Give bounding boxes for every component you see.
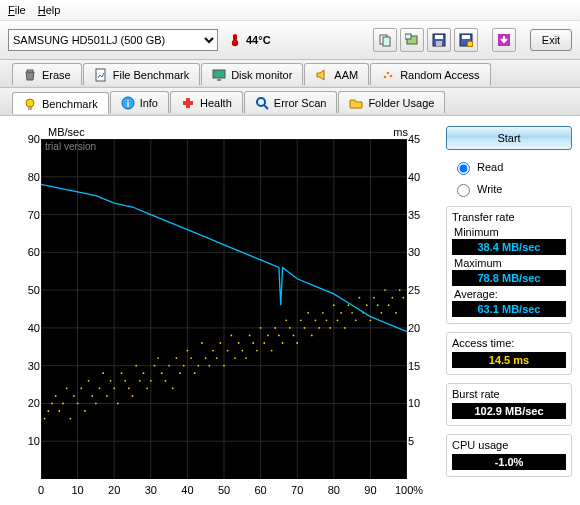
menu-file[interactable]: File — [8, 4, 26, 16]
svg-point-74 — [143, 372, 145, 374]
screenshot-button[interactable] — [400, 28, 424, 52]
access-time-group: Access time: 14.5 ms — [446, 332, 572, 375]
svg-point-121 — [315, 319, 317, 321]
svg-point-98 — [230, 335, 232, 337]
svg-point-145 — [402, 297, 404, 299]
svg-point-50 — [55, 395, 57, 397]
svg-point-48 — [47, 410, 49, 412]
copy-info-button[interactable] — [373, 28, 397, 52]
svg-point-99 — [234, 357, 236, 359]
svg-point-79 — [161, 372, 163, 374]
y-left-title: MB/sec — [48, 126, 85, 138]
svg-point-141 — [388, 304, 390, 306]
svg-point-120 — [311, 335, 313, 337]
options-button[interactable] — [454, 28, 478, 52]
svg-point-71 — [132, 395, 134, 397]
copy-icon — [378, 33, 392, 47]
svg-point-137 — [373, 297, 375, 299]
svg-point-136 — [370, 319, 372, 321]
svg-point-124 — [326, 319, 328, 321]
svg-point-111 — [278, 335, 280, 337]
download-button[interactable] — [492, 28, 516, 52]
svg-point-56 — [77, 403, 79, 405]
svg-point-90 — [201, 342, 203, 344]
svg-point-113 — [285, 319, 287, 321]
svg-point-78 — [157, 357, 159, 359]
svg-point-73 — [139, 380, 141, 382]
svg-point-107 — [263, 342, 265, 344]
svg-rect-25 — [183, 101, 193, 105]
svg-rect-5 — [405, 34, 411, 39]
svg-point-139 — [380, 312, 382, 314]
cpu-value: -1.0% — [452, 454, 566, 470]
tab-health[interactable]: Health — [170, 91, 243, 113]
svg-point-100 — [238, 342, 240, 344]
svg-point-123 — [322, 312, 324, 314]
svg-point-59 — [88, 380, 90, 382]
tab-aam[interactable]: AAM — [304, 63, 369, 85]
tab-disk-monitor[interactable]: Disk monitor — [201, 63, 303, 85]
svg-point-138 — [377, 304, 379, 306]
tab-erase[interactable]: Erase — [12, 63, 82, 85]
svg-point-130 — [348, 304, 350, 306]
write-radio[interactable] — [457, 184, 470, 197]
svg-point-86 — [187, 350, 189, 352]
tab-benchmark[interactable]: Benchmark — [12, 92, 109, 114]
info-icon: i — [121, 96, 135, 110]
svg-rect-21 — [28, 107, 32, 110]
svg-point-49 — [51, 403, 53, 405]
svg-point-58 — [84, 410, 86, 412]
svg-point-77 — [154, 365, 156, 367]
tab-file-benchmark[interactable]: File Benchmark — [83, 63, 200, 85]
svg-point-105 — [256, 350, 258, 352]
svg-point-109 — [271, 350, 273, 352]
tab-random-access[interactable]: Random Access — [370, 63, 490, 85]
svg-point-18 — [387, 71, 390, 74]
svg-point-67 — [117, 403, 119, 405]
y-right-title: ms — [393, 126, 408, 138]
side-panel: Start Read Write Transfer rate Minimum 3… — [446, 126, 572, 505]
svg-point-129 — [344, 327, 346, 329]
svg-point-125 — [329, 327, 331, 329]
svg-point-87 — [190, 357, 192, 359]
svg-point-142 — [391, 297, 393, 299]
read-radio[interactable] — [457, 162, 470, 175]
svg-point-62 — [99, 387, 101, 389]
svg-point-132 — [355, 319, 357, 321]
save-button[interactable] — [427, 28, 451, 52]
svg-point-83 — [176, 357, 178, 359]
svg-point-135 — [366, 304, 368, 306]
svg-point-75 — [146, 387, 148, 389]
svg-rect-13 — [27, 70, 33, 72]
svg-point-47 — [44, 418, 46, 420]
menu-help[interactable]: Help — [38, 4, 61, 16]
svg-point-26 — [257, 98, 265, 106]
svg-point-11 — [467, 41, 473, 47]
start-button[interactable]: Start — [446, 126, 572, 150]
tab-info[interactable]: iInfo — [110, 91, 169, 113]
svg-point-92 — [208, 365, 210, 367]
svg-text:i: i — [126, 99, 129, 109]
bulb-icon — [23, 97, 37, 111]
svg-point-91 — [205, 357, 207, 359]
svg-point-53 — [66, 387, 68, 389]
tab-folder-usage[interactable]: Folder Usage — [338, 91, 445, 113]
svg-point-64 — [106, 395, 108, 397]
svg-point-96 — [223, 365, 225, 367]
svg-point-101 — [241, 350, 243, 352]
svg-point-93 — [212, 350, 214, 352]
menubar: File Help — [0, 0, 580, 21]
magnifier-icon — [255, 96, 269, 110]
tab-error-scan[interactable]: Error Scan — [244, 91, 338, 113]
tabs-row-2: Benchmark iInfo Health Error Scan Folder… — [0, 88, 580, 116]
svg-point-106 — [260, 327, 262, 329]
toolbar: SAMSUNG HD501LJ (500 GB) 44°C Exit — [0, 21, 580, 60]
speaker-icon — [315, 68, 329, 82]
exit-button[interactable]: Exit — [530, 29, 572, 51]
svg-point-116 — [296, 342, 298, 344]
svg-point-19 — [390, 74, 393, 77]
svg-point-80 — [165, 380, 167, 382]
benchmark-chart: MB/sec ms trial version 1020304050607080… — [8, 126, 440, 501]
drive-select[interactable]: SAMSUNG HD501LJ (500 GB) — [8, 29, 218, 51]
min-value: 38.4 MB/sec — [452, 239, 566, 255]
